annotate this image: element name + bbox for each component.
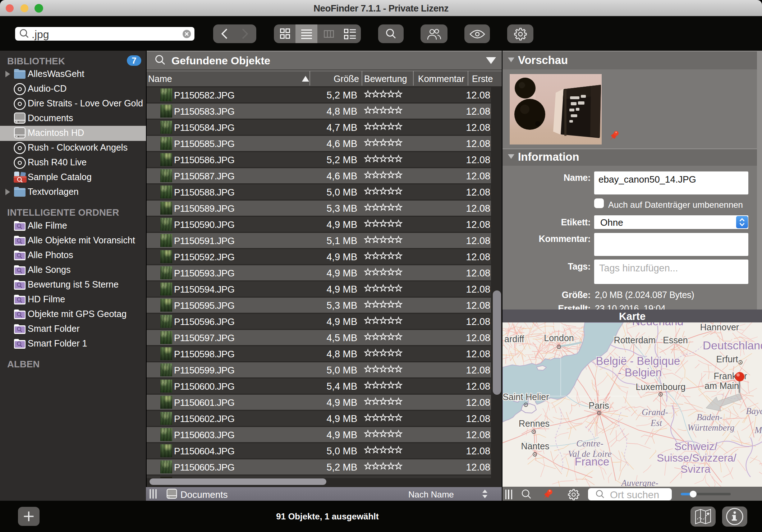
svg-text:London: London (544, 333, 574, 343)
svg-text:Saint Helier: Saint Helier (502, 392, 549, 402)
svg-text:Nederland: Nederland (632, 322, 683, 328)
svg-text:Württemberg: Württemberg (688, 423, 735, 432)
svg-text:Est: Est (650, 418, 662, 428)
svg-text:Svizra: Svizra (680, 463, 711, 475)
svg-text:ardiff: ardiff (504, 334, 524, 344)
svg-text:Rotterdam: Rotterdam (614, 335, 656, 345)
svg-text:Hannover: Hannover (700, 322, 739, 332)
svg-text:België - Belgique: België - Belgique (596, 355, 680, 367)
svg-text:Suisse/Svizzera/: Suisse/Svizzera/ (657, 452, 736, 464)
svg-text:Centre-: Centre- (576, 439, 603, 448)
svg-text:Baden-: Baden- (697, 412, 722, 422)
svg-text:Essen: Essen (663, 335, 688, 345)
svg-text:Bayer: Bayer (746, 406, 762, 416)
svg-text:Deutschland: Deutschland (703, 339, 762, 352)
svg-text:Schweiz/: Schweiz/ (674, 440, 718, 452)
svg-text:Grand-: Grand- (642, 407, 668, 417)
svg-text:Auvergne-: Auvergne- (620, 478, 658, 487)
svg-text:Rennes: Rennes (519, 418, 550, 428)
svg-text:Mü: Mü (754, 425, 762, 435)
svg-text:Paris: Paris (589, 400, 609, 411)
svg-text:France: France (575, 455, 609, 468)
svg-text:am Main: am Main (704, 381, 739, 391)
svg-text:Erfurt: Erfurt (716, 354, 738, 364)
svg-text:- Belgien: - Belgien (618, 366, 662, 379)
svg-text:Nantes: Nantes (521, 441, 549, 451)
svg-text:Luxembourg: Luxembourg (636, 382, 686, 392)
